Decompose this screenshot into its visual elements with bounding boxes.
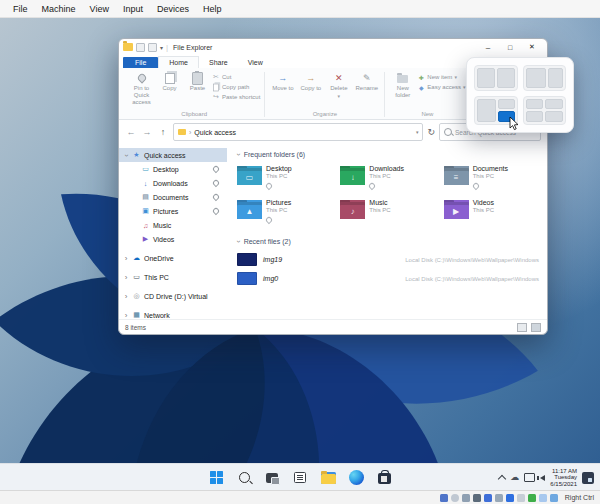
- minimize-button[interactable]: [477, 40, 499, 54]
- vbox-network-icon[interactable]: [473, 494, 481, 502]
- folder-tile-videos[interactable]: ▶ Videos This PC: [444, 197, 543, 229]
- folder-tile-pictures[interactable]: ▲ Pictures This PC: [237, 197, 336, 229]
- store-button[interactable]: [376, 469, 393, 486]
- menu-item-file[interactable]: File: [6, 2, 35, 16]
- sidebar-item-videos[interactable]: ▶ Videos: [119, 232, 227, 246]
- action-center-icon[interactable]: [582, 472, 594, 484]
- snap-layout-two-columns-wide-left[interactable]: [523, 65, 567, 91]
- qat-icon-1[interactable]: [136, 43, 145, 52]
- frequent-folders-header[interactable]: › Frequent folders (6): [237, 148, 543, 161]
- snap-zone[interactable]: [526, 99, 544, 110]
- snap-zone[interactable]: [545, 111, 563, 122]
- chevron-right-icon[interactable]: ›: [123, 273, 129, 282]
- edge-button[interactable]: [348, 469, 365, 486]
- address-bar[interactable]: › Quick access ▾: [173, 123, 423, 141]
- snap-zone[interactable]: [545, 99, 563, 110]
- taskbar-clock[interactable]: 11:17 AM Tuesday 6/15/2021: [550, 468, 577, 487]
- tab-home[interactable]: Home: [158, 56, 199, 68]
- menu-item-view[interactable]: View: [83, 2, 116, 16]
- volume-tray-icon[interactable]: [540, 475, 545, 481]
- widgets-button[interactable]: [292, 469, 309, 486]
- sidebar-item-quick-access[interactable]: › ★ Quick access: [119, 148, 227, 162]
- sidebar-item-desktop[interactable]: ▭ Desktop: [119, 162, 227, 176]
- sidebar-item-onedrive[interactable]: › ☁ OneDrive: [119, 251, 227, 265]
- up-button[interactable]: ↑: [157, 127, 169, 137]
- menu-item-input[interactable]: Input: [116, 2, 150, 16]
- paste-shortcut-button[interactable]: Paste shortcut: [212, 93, 260, 101]
- vbox-keyboard-icon[interactable]: [550, 494, 558, 502]
- snap-layout-quad-grid[interactable]: [523, 96, 567, 126]
- delete-button[interactable]: Delete ▾: [325, 70, 352, 99]
- folder-tile-documents[interactable]: ≡ Documents This PC: [444, 163, 543, 195]
- new-folder-button[interactable]: New folder: [389, 70, 416, 99]
- vbox-recording-icon[interactable]: [517, 494, 525, 502]
- address-dropdown-icon[interactable]: ▾: [416, 129, 419, 135]
- chevron-right-icon[interactable]: ›: [123, 254, 129, 263]
- copy-button[interactable]: Copy: [156, 70, 183, 92]
- snap-zone[interactable]: [548, 68, 563, 88]
- recent-file-img19[interactable]: img19 Local Disk (C:)\Windows\Web\Wallpa…: [237, 250, 543, 269]
- paste-button[interactable]: Paste: [184, 70, 211, 92]
- start-button[interactable]: [208, 469, 225, 486]
- qat-icon-2[interactable]: [148, 43, 157, 52]
- menu-item-machine[interactable]: Machine: [35, 2, 83, 16]
- qat-dropdown-icon[interactable]: ▾: [160, 44, 163, 51]
- folder-tile-downloads[interactable]: ↓ Downloads This PC: [340, 163, 439, 195]
- taskbar-search-button[interactable]: [236, 469, 253, 486]
- vbox-usb-icon[interactable]: [484, 494, 492, 502]
- refresh-button[interactable]: ↻: [427, 127, 435, 137]
- details-view-button[interactable]: [517, 323, 527, 332]
- sidebar-item-music[interactable]: ♫ Music: [119, 218, 227, 232]
- collapse-chevron-icon[interactable]: ›: [234, 240, 243, 243]
- rename-button[interactable]: Rename: [353, 70, 380, 92]
- hidden-icons-chevron-icon[interactable]: [498, 474, 506, 482]
- new-item-button[interactable]: New item ▾: [417, 73, 465, 81]
- sidebar-item-documents[interactable]: ▤ Documents: [119, 190, 227, 204]
- vbox-display-icon[interactable]: [506, 494, 514, 502]
- maximize-button[interactable]: [499, 40, 521, 54]
- snap-zone[interactable]: [477, 68, 495, 88]
- vbox-shared-folders-icon[interactable]: [495, 494, 503, 502]
- sidebar-item-this-pc[interactable]: › ▭ This PC: [119, 270, 227, 284]
- chevron-down-icon[interactable]: ›: [122, 152, 131, 158]
- sidebar-item-cd-drive[interactable]: › ◎ CD Drive (D:) Virtual: [119, 289, 227, 303]
- recent-files-header[interactable]: › Recent files (2): [237, 235, 543, 248]
- sidebar-item-downloads[interactable]: ↓ Downloads: [119, 176, 227, 190]
- move-to-button[interactable]: Move to: [269, 70, 296, 92]
- cut-button[interactable]: Cut: [212, 73, 260, 81]
- tab-file[interactable]: File: [123, 57, 158, 68]
- vbox-audio-icon[interactable]: [462, 494, 470, 502]
- chevron-right-icon[interactable]: ›: [123, 292, 129, 301]
- snap-zone[interactable]: [477, 99, 496, 123]
- titlebar[interactable]: ▾ | File Explorer: [119, 39, 547, 55]
- delete-dropdown-icon[interactable]: ▾: [338, 93, 341, 99]
- new-item-dropdown-icon[interactable]: ▾: [454, 74, 457, 80]
- tab-view[interactable]: View: [238, 57, 273, 68]
- network-tray-icon[interactable]: [524, 473, 535, 482]
- vbox-mouse-integration-icon[interactable]: [539, 494, 547, 502]
- menu-item-help[interactable]: Help: [196, 2, 229, 16]
- menu-item-devices[interactable]: Devices: [150, 2, 196, 16]
- recent-file-img0[interactable]: img0 Local Disk (C:)\Windows\Web\Wallpap…: [237, 269, 543, 288]
- folder-tile-music[interactable]: ♪ Music This PC: [340, 197, 439, 229]
- copy-to-button[interactable]: Copy to: [297, 70, 324, 92]
- taskbar-file-explorer-button[interactable]: [320, 469, 337, 486]
- snap-zone[interactable]: [526, 111, 544, 122]
- collapse-chevron-icon[interactable]: ›: [234, 153, 243, 156]
- copy-path-button[interactable]: Copy path: [212, 83, 260, 91]
- sidebar-item-pictures[interactable]: ▣ Pictures: [119, 204, 227, 218]
- close-button[interactable]: [521, 40, 543, 54]
- snap-zone[interactable]: [498, 99, 515, 110]
- task-view-button[interactable]: [264, 469, 281, 486]
- breadcrumb-location[interactable]: Quick access: [194, 129, 236, 136]
- tab-share[interactable]: Share: [199, 57, 238, 68]
- snap-layout-two-columns[interactable]: [474, 65, 518, 91]
- vbox-optical-drive-icon[interactable]: [451, 494, 459, 502]
- easy-access-button[interactable]: Easy access ▾: [417, 83, 465, 91]
- back-button[interactable]: ←: [125, 127, 137, 137]
- snap-zone[interactable]: [526, 68, 547, 88]
- onedrive-tray-icon[interactable]: ☁: [510, 473, 519, 482]
- vbox-hard-disk-icon[interactable]: [440, 494, 448, 502]
- folder-tile-desktop[interactable]: ▭ Desktop This PC: [237, 163, 336, 195]
- pin-to-quick-access-button[interactable]: Pin to Quick access: [128, 70, 155, 106]
